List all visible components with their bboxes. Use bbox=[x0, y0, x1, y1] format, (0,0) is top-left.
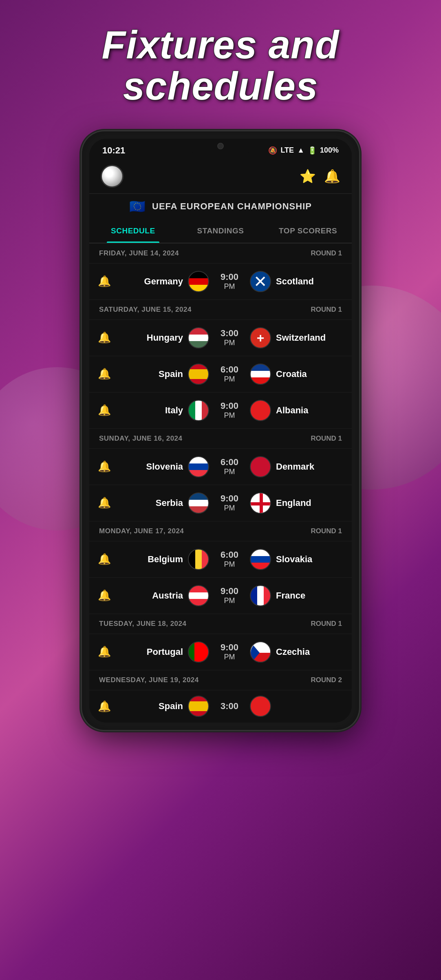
day-label: WEDNESDAY, JUNE 19, 2024 bbox=[99, 676, 199, 684]
time: 3:00 bbox=[213, 328, 246, 339]
bell-icon[interactable]: 🔔 bbox=[97, 460, 111, 473]
team-home: Slovenia bbox=[115, 456, 209, 477]
flag-france bbox=[250, 585, 271, 606]
status-time: 10:21 bbox=[102, 145, 125, 156]
team-home: Italy bbox=[115, 400, 209, 421]
network-label: LTE bbox=[280, 146, 294, 155]
bell-icon[interactable]: 🔔 bbox=[97, 368, 111, 380]
team-home: Portugal bbox=[115, 641, 209, 663]
day-header-sun-jun16: SUNDAY, JUNE 16, 2024 ROUND 1 bbox=[89, 428, 352, 448]
day-label: TUESDAY, JUNE 18, 2024 bbox=[99, 620, 186, 628]
team-home: Belgium bbox=[115, 549, 209, 570]
title-section: Fixtures andschedules bbox=[0, 0, 441, 123]
match-row[interactable]: 🔔 Belgium 6:00 PM Slovakia bbox=[89, 541, 352, 577]
team-name-home: Portugal bbox=[147, 647, 183, 657]
team-name-home: Slovenia bbox=[146, 461, 183, 472]
match-row[interactable]: 🔔 Spain 6:00 PM Croatia bbox=[89, 356, 352, 392]
ampm: PM bbox=[213, 504, 246, 513]
app-logo bbox=[101, 165, 123, 188]
team-name-away: Albania bbox=[276, 405, 308, 416]
bell-icon[interactable]: 🔔 bbox=[97, 275, 111, 288]
league-flag: 🇪🇺 bbox=[129, 199, 146, 214]
day-header-sat-jun15: SATURDAY, JUNE 15, 2024 ROUND 1 bbox=[89, 299, 352, 319]
match-time: 9:00 PM bbox=[213, 493, 246, 513]
day-header-mon-jun17: MONDAY, JUNE 17, 2024 ROUND 1 bbox=[89, 521, 352, 541]
bell-icon[interactable]: 🔔 bbox=[97, 700, 111, 713]
ampm: PM bbox=[213, 596, 246, 605]
ampm: PM bbox=[213, 339, 246, 348]
bell-icon[interactable]: 🔔 bbox=[97, 589, 111, 602]
team-home: Spain bbox=[115, 364, 209, 385]
team-name-home: Germany bbox=[144, 276, 183, 287]
time: 9:00 bbox=[213, 401, 246, 411]
flag-portugal bbox=[188, 641, 209, 663]
battery-icon: 🔋 bbox=[308, 146, 317, 155]
team-home: Germany bbox=[115, 271, 209, 292]
silent-icon: 🔕 bbox=[268, 146, 277, 155]
team-name-home: Belgium bbox=[148, 554, 183, 565]
round-label: ROUND 1 bbox=[311, 435, 342, 443]
match-row[interactable]: 🔔 Italy 9:00 PM Albania bbox=[89, 392, 352, 428]
tab-standings[interactable]: STANDINGS bbox=[177, 219, 265, 243]
team-home: Serbia bbox=[115, 492, 209, 514]
tab-schedule[interactable]: SCHEDULE bbox=[89, 219, 177, 243]
bell-icon[interactable]: 🔔 bbox=[97, 404, 111, 417]
bell-icon[interactable]: 🔔 bbox=[97, 553, 111, 565]
time: 9:00 bbox=[213, 586, 246, 596]
bell-icon[interactable]: 🔔 bbox=[97, 331, 111, 344]
flag-spain-bottom bbox=[188, 696, 209, 717]
day-label: SUNDAY, JUNE 16, 2024 bbox=[99, 435, 183, 443]
notification-icon[interactable]: 🔔 bbox=[324, 169, 340, 184]
match-time: 9:00 PM bbox=[213, 401, 246, 420]
phone-screen: 10:21 🔕 LTE ▲ 🔋 100% ⭐ 🔔 🇪🇺 bbox=[89, 139, 352, 723]
round-label: ROUND 1 bbox=[311, 249, 342, 257]
team-name-home: Serbia bbox=[156, 498, 183, 508]
time: 6:00 bbox=[213, 457, 246, 468]
flag-germany bbox=[188, 271, 209, 292]
round-label: ROUND 2 bbox=[311, 676, 342, 684]
match-row[interactable]: 🔔 Germany 9:00 PM Scotland bbox=[89, 263, 352, 299]
signal-icon: ▲ bbox=[297, 146, 304, 155]
bell-icon[interactable]: 🔔 bbox=[97, 497, 111, 509]
camera-notch bbox=[188, 139, 253, 153]
favorite-icon[interactable]: ⭐ bbox=[300, 169, 316, 184]
tab-top-scorers[interactable]: TOP SCORERS bbox=[264, 219, 352, 243]
match-time: 9:00 PM bbox=[213, 642, 246, 662]
match-time: 3:00 PM bbox=[213, 328, 246, 348]
page-title: Fixtures andschedules bbox=[16, 24, 425, 107]
match-time: 9:00 PM bbox=[213, 586, 246, 605]
team-away: Switzerland bbox=[250, 327, 344, 348]
match-row[interactable]: 🔔 Serbia 9:00 PM bbox=[89, 485, 352, 521]
time: 9:00 bbox=[213, 272, 246, 282]
round-label: ROUND 1 bbox=[311, 620, 342, 628]
match-time: 6:00 PM bbox=[213, 550, 246, 569]
match-row[interactable]: 🔔 Hungary 3:00 PM Switzerland bbox=[89, 319, 352, 356]
time: 9:00 bbox=[213, 493, 246, 504]
league-name: UEFA EUROPEAN CHAMPIONSHIP bbox=[152, 201, 312, 212]
team-away: Czechia bbox=[250, 641, 344, 663]
team-home: Spain bbox=[115, 696, 209, 717]
bell-icon[interactable]: 🔔 bbox=[97, 645, 111, 658]
day-header-wed-jun19: WEDNESDAY, JUNE 19, 2024 ROUND 2 bbox=[89, 670, 352, 690]
team-name-away: Czechia bbox=[276, 647, 310, 657]
app-header: ⭐ 🔔 bbox=[89, 159, 352, 193]
team-name-home: Hungary bbox=[147, 333, 183, 343]
ampm: PM bbox=[213, 375, 246, 384]
match-row-partial[interactable]: 🔔 Spain 3:00 bbox=[89, 690, 352, 723]
time: 6:00 bbox=[213, 550, 246, 560]
day-label: SATURDAY, JUNE 15, 2024 bbox=[99, 306, 192, 314]
match-row[interactable]: 🔔 Slovenia 6:00 PM Denmark bbox=[89, 448, 352, 485]
match-row[interactable]: 🔔 Austria 9:00 PM France bbox=[89, 577, 352, 614]
team-name-home: Spain bbox=[159, 701, 183, 712]
flag-serbia bbox=[188, 492, 209, 514]
team-away bbox=[250, 696, 344, 717]
team-away: France bbox=[250, 585, 344, 606]
team-name-home: Italy bbox=[165, 405, 183, 416]
match-row[interactable]: 🔔 Portugal 9:00 PM bbox=[89, 634, 352, 670]
team-name-away: Denmark bbox=[276, 461, 314, 472]
ampm: PM bbox=[213, 468, 246, 477]
flag-austria bbox=[188, 585, 209, 606]
match-list: FRIDAY, JUNE 14, 2024 ROUND 1 🔔 Germany … bbox=[89, 243, 352, 723]
flag-czechia bbox=[250, 641, 271, 663]
team-name-away: Croatia bbox=[276, 369, 307, 379]
